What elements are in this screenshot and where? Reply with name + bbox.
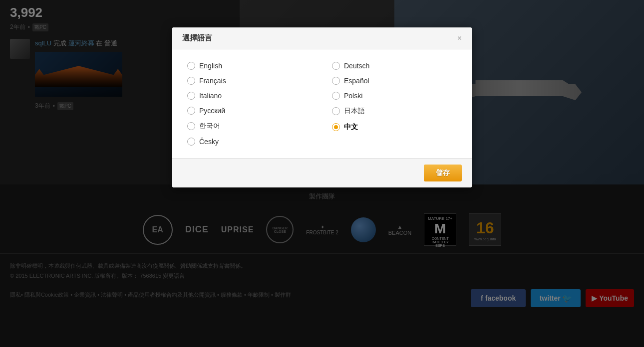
modal-title: 選擇語言 (182, 33, 212, 43)
lang-label-chinese: 中文 (344, 123, 358, 132)
lang-label-italiano: Italiano (199, 92, 222, 100)
lang-option-espanol[interactable]: Español (332, 77, 457, 85)
lang-option-chinese[interactable]: 中文 (332, 123, 457, 132)
lang-option-polski[interactable]: Polski (332, 92, 457, 100)
radio-korean[interactable] (187, 122, 195, 130)
lang-label-polski: Polski (344, 92, 362, 100)
radio-espanol[interactable] (332, 77, 340, 85)
lang-option-deutsch[interactable]: Deutsch (332, 62, 457, 70)
radio-english[interactable] (187, 62, 195, 70)
lang-label-korean: 한국어 (199, 122, 220, 131)
lang-label-espanol: Español (344, 77, 369, 85)
language-col-right: Deutsch Español Polski 日本語 (332, 62, 457, 146)
modal-header: 選擇語言 × (172, 27, 472, 49)
lang-option-russian[interactable]: Русский (187, 107, 312, 115)
lang-option-italiano[interactable]: Italiano (187, 92, 312, 100)
modal-footer: 儲存 (172, 158, 472, 187)
language-grid: English Français Italiano Русский (187, 62, 457, 146)
lang-option-japanese[interactable]: 日本語 (332, 107, 457, 116)
radio-japanese[interactable] (332, 107, 340, 115)
radio-czech[interactable] (187, 138, 195, 146)
lang-option-korean[interactable]: 한국어 (187, 122, 312, 131)
lang-option-czech[interactable]: Česky (187, 138, 312, 146)
radio-deutsch[interactable] (332, 62, 340, 70)
language-modal: 選擇語言 × English Français Itali (172, 27, 472, 187)
radio-italiano[interactable] (187, 92, 195, 100)
radio-dot-chinese (334, 125, 338, 129)
lang-label-japanese: 日本語 (344, 107, 365, 116)
lang-label-czech: Česky (199, 138, 219, 146)
radio-chinese[interactable] (332, 123, 340, 131)
lang-label-english: English (199, 62, 222, 70)
lang-label-russian: Русский (199, 107, 225, 115)
save-button[interactable]: 儲存 (424, 165, 462, 181)
lang-label-deutsch: Deutsch (344, 62, 369, 70)
lang-option-english[interactable]: English (187, 62, 312, 70)
radio-francais[interactable] (187, 77, 195, 85)
modal-overlay: 選擇語言 × English Français Itali (0, 0, 644, 347)
modal-body: English Français Italiano Русский (172, 49, 472, 158)
lang-label-francais: Français (199, 77, 226, 85)
radio-russian[interactable] (187, 107, 195, 115)
radio-polski[interactable] (332, 92, 340, 100)
lang-option-francais[interactable]: Français (187, 77, 312, 85)
modal-close-button[interactable]: × (457, 34, 462, 42)
language-col-left: English Français Italiano Русский (187, 62, 312, 146)
